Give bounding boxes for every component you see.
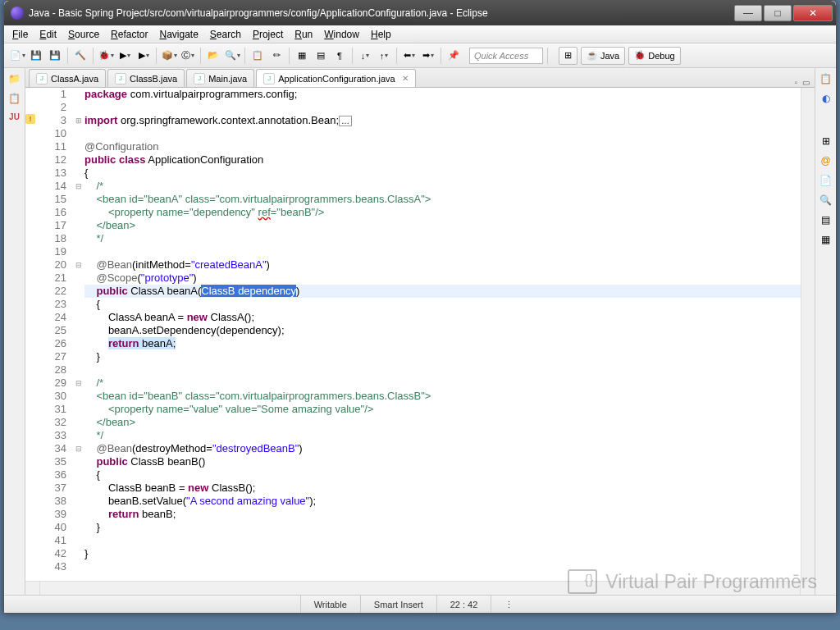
code-line[interactable]: public ClassB beanB()	[84, 455, 801, 468]
close-tab-icon[interactable]: ✕	[402, 74, 409, 83]
menu-edit[interactable]: Edit	[39, 29, 57, 40]
build-button[interactable]: 🔨	[72, 48, 89, 64]
run-button[interactable]: ▶	[116, 48, 133, 64]
fold-toggle[interactable]: ⊟	[73, 258, 84, 272]
code-line[interactable]: */	[84, 429, 801, 442]
java-perspective-button[interactable]: ☕Java	[581, 47, 625, 65]
code-line[interactable]: <bean id="beanB" class="com.virtualpairp…	[84, 390, 801, 403]
menu-run[interactable]: Run	[294, 29, 313, 40]
junit-icon[interactable]: JU	[8, 112, 21, 126]
menu-refactor[interactable]: Refactor	[111, 29, 148, 40]
code-line[interactable]: {	[84, 167, 801, 180]
new-button[interactable]: 📄	[9, 48, 25, 64]
task-list-icon[interactable]: 📋	[819, 73, 833, 86]
prev-annotation-button[interactable]: ↑	[376, 48, 392, 64]
menu-search[interactable]: Search	[210, 29, 241, 40]
pin-button[interactable]: 📌	[445, 48, 462, 64]
code-line[interactable]: */	[84, 232, 801, 245]
horizontal-scrollbar[interactable]	[25, 581, 815, 595]
code-line[interactable]	[84, 560, 801, 573]
code-line[interactable]: return beanB;	[84, 508, 801, 521]
code-line[interactable]: }	[84, 547, 801, 560]
new-package-button[interactable]: 📦	[161, 48, 177, 64]
show-whitespace-button[interactable]: ¶	[331, 48, 348, 64]
code-editor[interactable]: ! 12310111213141516171819202122232425262…	[25, 88, 815, 581]
code-line[interactable]: ClassB beanB = new ClassB();	[84, 482, 801, 495]
code-line[interactable]: beanA.setDependency(dependency);	[84, 324, 801, 337]
code-line[interactable]: @Configuration	[84, 140, 801, 153]
code-line[interactable]	[84, 534, 801, 547]
menu-project[interactable]: Project	[253, 29, 283, 40]
editor-tab[interactable]: JClassA.java	[29, 69, 106, 87]
javadoc-icon[interactable]: @	[819, 155, 833, 168]
forward-button[interactable]: ➡	[420, 48, 436, 64]
titlebar[interactable]: Java - Basic Spring Project/src/com/virt…	[4, 1, 836, 25]
editor-tab[interactable]: JClassB.java	[107, 69, 185, 87]
warning-icon[interactable]: !	[25, 114, 35, 124]
menu-help[interactable]: Help	[371, 29, 391, 40]
open-type-button[interactable]: 📂	[205, 48, 221, 64]
code-line[interactable]: }	[84, 521, 801, 534]
code-line[interactable]: /*	[84, 377, 801, 390]
maximize-view-icon[interactable]: ▭	[802, 78, 810, 87]
debug-perspective-button[interactable]: 🐞Debug	[628, 47, 680, 65]
run-last-button[interactable]: ▶	[135, 48, 152, 64]
editor-tab[interactable]: JMain.java	[186, 69, 254, 87]
save-all-button[interactable]: 💾	[47, 48, 63, 64]
close-button[interactable]: ✕	[793, 5, 833, 21]
code-line[interactable]: public class ApplicationConfiguration	[84, 153, 801, 167]
search-view-icon[interactable]: 🔍	[819, 194, 833, 208]
code-line[interactable]: <bean id="beanA" class="com.virtualpairp…	[84, 193, 801, 206]
back-button[interactable]: ⬅	[401, 48, 418, 64]
debug-button[interactable]: 🐞	[98, 48, 114, 64]
fold-toggle[interactable]: ⊞	[73, 114, 84, 127]
code-line[interactable]: </bean>	[84, 416, 801, 429]
code-line[interactable]: /*	[84, 180, 801, 193]
progress-icon[interactable]: ▦	[819, 234, 833, 247]
code-line[interactable]: <property name="value" value="Some amazi…	[84, 403, 801, 416]
maximize-button[interactable]: □	[764, 5, 792, 21]
open-task-button[interactable]: 📋	[249, 48, 266, 64]
code-line[interactable]: <property name="dependency" ref="beanB"/…	[84, 206, 801, 219]
code-line[interactable]	[84, 363, 801, 377]
code-line[interactable]: import org.springframework.context.annot…	[84, 114, 801, 127]
fold-toggle[interactable]: ⊟	[73, 377, 84, 390]
code-line[interactable]	[84, 127, 801, 140]
declaration-icon[interactable]: 📄	[819, 175, 833, 188]
toggle-breadcrumb-button[interactable]: ▦	[294, 48, 310, 64]
open-perspective-button[interactable]: ⊞	[559, 47, 578, 65]
menu-source[interactable]: Source	[68, 29, 99, 40]
minimize-view-icon[interactable]: ▫	[794, 78, 797, 87]
code-line[interactable]	[84, 101, 801, 114]
fold-toggle[interactable]: ⊟	[73, 442, 84, 455]
toggle-block-button[interactable]: ▤	[313, 48, 329, 64]
code-line[interactable]: package com.virtualpairprogrammers.confi…	[84, 88, 801, 101]
code-line[interactable]: public ClassA beanA(ClassB dependency)	[84, 285, 801, 298]
code-line[interactable]: return beanA;	[84, 337, 801, 350]
code-line[interactable]	[84, 245, 801, 258]
menu-file[interactable]: File	[12, 29, 28, 40]
code-line[interactable]: {	[84, 468, 801, 482]
menu-window[interactable]: Window	[324, 29, 359, 40]
save-button[interactable]: 💾	[28, 48, 44, 64]
code-line[interactable]: {	[84, 298, 801, 311]
editor-tab[interactable]: JApplicationConfiguration.java✕	[256, 69, 415, 87]
overview-ruler[interactable]	[801, 88, 815, 581]
problems-icon[interactable]: ⊞	[819, 135, 833, 148]
code-line[interactable]: </bean>	[84, 219, 801, 232]
code-line[interactable]: @Scope("prototype")	[84, 272, 801, 285]
quick-access-input[interactable]: Quick Access	[469, 48, 543, 64]
fold-toggle[interactable]: ⊟	[73, 180, 84, 193]
console-icon[interactable]: ▤	[819, 214, 833, 227]
code-line[interactable]: @Bean(initMethod="createdBeanA")	[84, 258, 801, 272]
package-explorer-icon[interactable]: 📁	[8, 73, 21, 86]
type-hierarchy-icon[interactable]: 📋	[8, 93, 21, 106]
new-class-button[interactable]: Ⓒ	[180, 48, 196, 64]
toggle-mark-button[interactable]: ✏	[268, 48, 285, 64]
outline-icon[interactable]: ◐	[819, 93, 833, 106]
menu-navigate[interactable]: Navigate	[159, 29, 198, 40]
code-line[interactable]: }	[84, 350, 801, 363]
search-button[interactable]: 🔍	[224, 48, 240, 64]
next-annotation-button[interactable]: ↓	[357, 48, 373, 64]
code-line[interactable]: beanB.setValue("A second amazing value")…	[84, 495, 801, 508]
